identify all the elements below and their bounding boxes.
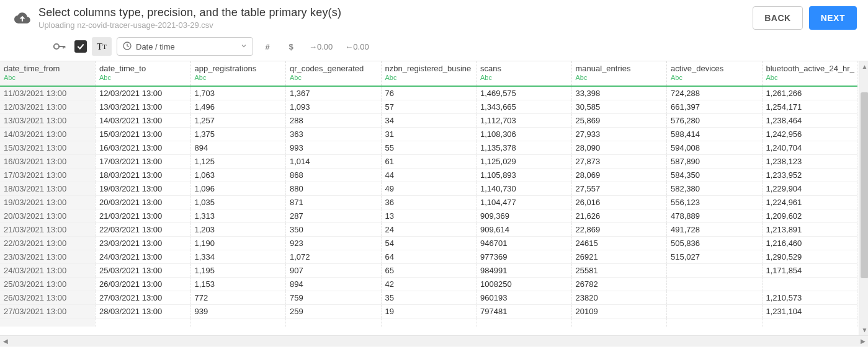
table-cell[interactable] (667, 291, 763, 304)
table-cell[interactable]: 64 (381, 250, 477, 263)
table-cell[interactable]: 1,233,952 (762, 168, 857, 182)
column-header[interactable]: app_registrationsAbc (190, 61, 286, 86)
table-cell[interactable]: 1,210,573 (762, 291, 857, 304)
table-cell[interactable]: 31 (381, 127, 477, 141)
table-cell[interactable]: 923 (286, 236, 382, 250)
table-row[interactable]: 14/03/2021 13:0015/03/2021 13:001,375363… (0, 127, 857, 141)
table-cell[interactable]: 363 (286, 127, 382, 141)
table-cell[interactable]: 491,728 (667, 222, 763, 236)
table-cell[interactable]: 1,224,961 (762, 195, 857, 209)
column-header[interactable]: nzbn_registered_busineAbc (381, 61, 477, 86)
table-cell[interactable]: 26,016 (571, 195, 667, 209)
table-cell[interactable]: 1,105,893 (477, 168, 572, 182)
table-cell[interactable]: 1,216,460 (762, 236, 857, 250)
table-cell[interactable]: 27/03/2021 13:00 (96, 291, 191, 304)
table-row[interactable]: 20/03/2021 13:0021/03/2021 13:001,313287… (0, 209, 857, 222)
table-cell[interactable]: 13/03/2021 13:00 (96, 100, 191, 113)
table-cell[interactable]: 259 (286, 304, 382, 318)
column-header[interactable]: manual_entriesAbc (571, 61, 667, 86)
table-cell[interactable]: 588,414 (667, 127, 763, 141)
table-cell[interactable]: 1,213,891 (762, 222, 857, 236)
table-cell[interactable]: 17/03/2021 13:00 (0, 168, 96, 182)
table-cell[interactable]: 16/03/2021 13:00 (0, 154, 96, 168)
back-button[interactable]: BACK (753, 6, 802, 30)
table-cell[interactable]: 1008250 (477, 277, 572, 291)
table-cell[interactable]: 1,257 (190, 113, 286, 127)
table-cell[interactable]: 20109 (571, 304, 667, 318)
table-cell[interactable]: 22/03/2021 13:00 (96, 222, 191, 236)
table-cell[interactable]: 22/03/2021 13:00 (0, 236, 96, 250)
table-cell[interactable]: 26/03/2021 13:00 (0, 291, 96, 304)
horizontal-scrollbar[interactable]: ◀ ▶ (0, 335, 868, 346)
table-cell[interactable]: 350 (286, 222, 382, 236)
scroll-right-arrow-icon[interactable]: ▶ (857, 336, 868, 346)
table-cell[interactable]: 1,171,854 (762, 263, 857, 277)
table-cell[interactable]: 17/03/2021 13:00 (96, 154, 191, 168)
table-cell[interactable]: 35 (381, 291, 477, 304)
table-row[interactable]: 16/03/2021 13:0017/03/2021 13:001,1251,0… (0, 154, 857, 168)
table-cell[interactable]: 661,397 (667, 100, 763, 113)
table-cell[interactable]: 288 (286, 113, 382, 127)
table-cell[interactable]: 1,153 (190, 277, 286, 291)
table-cell[interactable]: 894 (286, 277, 382, 291)
table-cell[interactable]: 23820 (571, 291, 667, 304)
table-cell[interactable]: 576,280 (667, 113, 763, 127)
table-cell[interactable]: 977369 (477, 250, 572, 263)
table-cell[interactable]: 42 (381, 277, 477, 291)
table-cell[interactable]: 57 (381, 100, 477, 113)
table-cell[interactable]: 13/03/2021 13:00 (0, 113, 96, 127)
table-cell[interactable]: 34 (381, 113, 477, 127)
table-cell[interactable]: 27/03/2021 13:00 (0, 304, 96, 318)
table-cell[interactable]: 44 (381, 168, 477, 182)
table-cell[interactable]: 25/03/2021 13:00 (0, 277, 96, 291)
table-cell[interactable]: 65 (381, 263, 477, 277)
table-cell[interactable]: 1,313 (190, 209, 286, 222)
table-cell[interactable]: 15/03/2021 13:00 (96, 127, 191, 141)
table-cell[interactable]: 12/03/2021 13:00 (0, 100, 96, 113)
table-cell[interactable]: 880 (286, 182, 382, 195)
table-cell[interactable]: 23/03/2021 13:00 (96, 236, 191, 250)
table-cell[interactable]: 25,869 (571, 113, 667, 127)
table-cell[interactable]: 584,350 (667, 168, 763, 182)
table-cell[interactable]: 1,104,477 (477, 195, 572, 209)
table-cell[interactable]: 287 (286, 209, 382, 222)
increase-decimals-button[interactable]: →0.00 (305, 37, 336, 56)
table-cell[interactable]: 1,140,730 (477, 182, 572, 195)
table-cell[interactable]: 1,209,602 (762, 209, 857, 222)
table-cell[interactable]: 20/03/2021 13:00 (96, 195, 191, 209)
table-cell[interactable]: 1,238,464 (762, 113, 857, 127)
table-cell[interactable]: 14/03/2021 13:00 (0, 127, 96, 141)
column-header[interactable]: date_time_toAbc (96, 61, 191, 86)
table-row[interactable]: 18/03/2021 13:0019/03/2021 13:001,096880… (0, 182, 857, 195)
table-cell[interactable]: 1,261,266 (762, 86, 857, 100)
number-type-button[interactable]: # (258, 37, 277, 56)
vertical-scroll-thumb[interactable] (861, 92, 868, 278)
table-cell[interactable]: 36 (381, 195, 477, 209)
table-cell[interactable]: 30,585 (571, 100, 667, 113)
table-cell[interactable]: 1,125 (190, 154, 286, 168)
table-cell[interactable] (667, 304, 763, 318)
table-cell[interactable]: 894 (190, 141, 286, 154)
table-cell[interactable]: 939 (190, 304, 286, 318)
table-cell[interactable]: 23/03/2021 13:00 (0, 250, 96, 263)
table-row[interactable]: 21/03/2021 13:0022/03/2021 13:001,203350… (0, 222, 857, 236)
table-cell[interactable] (762, 277, 857, 291)
table-cell[interactable]: 1,242,956 (762, 127, 857, 141)
select-all-checkbox[interactable] (74, 40, 87, 53)
table-row[interactable]: 27/03/2021 13:0028/03/2021 13:0093925919… (0, 304, 857, 318)
table-cell[interactable]: 1,375 (190, 127, 286, 141)
table-cell[interactable]: 21/03/2021 13:00 (0, 222, 96, 236)
table-cell[interactable]: 26782 (571, 277, 667, 291)
table-cell[interactable]: 12/03/2021 13:00 (96, 86, 191, 100)
table-cell[interactable]: 993 (286, 141, 382, 154)
table-cell[interactable]: 478,889 (667, 209, 763, 222)
table-cell[interactable]: 15/03/2021 13:00 (0, 141, 96, 154)
table-cell[interactable]: 27,557 (571, 182, 667, 195)
table-cell[interactable]: 1,190 (190, 236, 286, 250)
table-row[interactable]: 26/03/2021 13:0027/03/2021 13:0077275935… (0, 291, 857, 304)
table-cell[interactable]: 984991 (477, 263, 572, 277)
table-cell[interactable]: 1,014 (286, 154, 382, 168)
table-cell[interactable]: 16/03/2021 13:00 (96, 141, 191, 154)
table-row[interactable]: 19/03/2021 13:0020/03/2021 13:001,035871… (0, 195, 857, 209)
table-cell[interactable]: 868 (286, 168, 382, 182)
